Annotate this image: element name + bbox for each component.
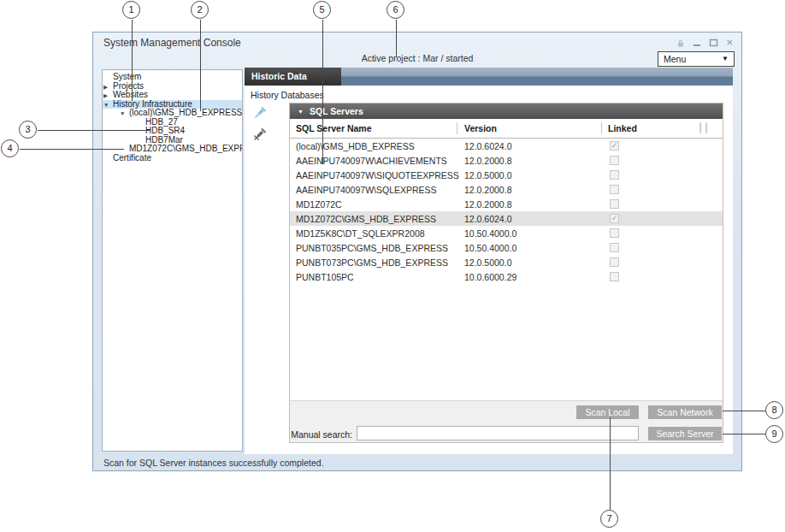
tree-item[interactable]: System bbox=[103, 73, 242, 82]
history-databases-label: History Databases bbox=[251, 90, 324, 100]
linked-checkbox[interactable]: ✓ bbox=[610, 214, 619, 223]
scan-network-button[interactable]: Scan Network bbox=[648, 405, 722, 419]
table-row[interactable]: MD1Z5K8C\DT_SQLEXPR2008 10.50.4000.0 bbox=[290, 226, 723, 240]
cell-version: 12.0.2000.8 bbox=[464, 185, 511, 195]
callout-6: 6 bbox=[387, 1, 404, 19]
expand-icon[interactable]: ▶ bbox=[103, 83, 108, 91]
cell-version: 10.50.4000.0 bbox=[464, 243, 516, 253]
callout-7: 7 bbox=[600, 510, 618, 528]
table-body: (local)\GMS_HDB_EXPRESS 12.0.6024.0 ✓ AA… bbox=[290, 139, 723, 284]
table-row[interactable]: (local)\GMS_HDB_EXPRESS 12.0.6024.0 ✓ bbox=[290, 139, 723, 153]
linked-checkbox[interactable] bbox=[610, 199, 619, 209]
tab-bar: Historic Data bbox=[245, 68, 733, 86]
cell-server-name: AAEINPU740097W\SQLEXPRESS bbox=[296, 185, 437, 195]
column-header-name[interactable]: SQL Server Name bbox=[296, 123, 372, 133]
tree-item-label: Websites bbox=[103, 91, 242, 100]
search-server-button[interactable]: Search Server bbox=[648, 427, 722, 440]
cell-server-name: PUNBT035PC\GMS_HDB_EXPRESS bbox=[296, 243, 448, 253]
scan-local-button[interactable]: Scan Local bbox=[576, 405, 639, 419]
linked-checkbox[interactable] bbox=[610, 228, 619, 238]
cell-server-name: PUNBT105PC bbox=[296, 272, 354, 282]
menu-dropdown[interactable]: Menu ▼ bbox=[658, 51, 735, 67]
linked-checkbox[interactable] bbox=[610, 272, 619, 281]
column-grip bbox=[699, 122, 701, 133]
unlink-database-icon[interactable] bbox=[252, 127, 268, 142]
cell-server-name: (local)\GMS_HDB_EXPRESS bbox=[296, 141, 415, 151]
table-row[interactable]: MD1Z072C\GMS_HDB_EXPRESS 12.0.6024.0 ✓ bbox=[290, 211, 723, 226]
cell-version: 12.0.6024.0 bbox=[464, 214, 511, 224]
column-grip bbox=[705, 122, 707, 133]
manual-search-label: Manual search: bbox=[290, 429, 352, 440]
cell-server-name: AAEINPU740097W\SIQUOTEEXPRESS bbox=[296, 170, 459, 180]
maximize-button[interactable] bbox=[709, 38, 718, 47]
system-management-console-window: System Management Console × Active proje… bbox=[92, 32, 742, 471]
lock-icon[interactable] bbox=[676, 38, 685, 48]
active-project-label: Active project : Mar / started bbox=[93, 53, 741, 63]
table-row[interactable]: AAEINPU740097W\SQLEXPRESS 12.0.2000.8 bbox=[290, 182, 723, 197]
cell-server-name: MD1Z5K8C\DT_SQLEXPR2008 bbox=[296, 228, 425, 239]
callout-4: 4 bbox=[1, 139, 19, 157]
callout-line-6 bbox=[396, 20, 397, 57]
callout-line-3 bbox=[38, 130, 150, 131]
sql-servers-group-label: SQL Servers bbox=[310, 106, 363, 116]
linked-checkbox[interactable]: ✓ bbox=[610, 141, 619, 151]
link-database-icon[interactable] bbox=[252, 105, 268, 121]
tree-item[interactable]: HDB_SR4 bbox=[103, 127, 242, 136]
callout-line-1 bbox=[132, 20, 133, 101]
linked-checkbox[interactable] bbox=[610, 243, 619, 252]
cell-version: 12.0.5000.0 bbox=[464, 170, 511, 180]
table-row[interactable]: MD1Z072C 12.0.2000.8 bbox=[290, 197, 723, 211]
column-header-version[interactable]: Version bbox=[464, 123, 497, 133]
callout-9: 9 bbox=[765, 425, 783, 443]
window-controls: × bbox=[676, 38, 733, 48]
linked-checkbox[interactable] bbox=[610, 257, 619, 267]
callout-3: 3 bbox=[19, 121, 37, 139]
tree-panel: System ▶ Projects ▶ Websites ▼ History I… bbox=[102, 69, 243, 452]
tree-item[interactable]: ▼ (local)\GMS_HDB_EXPRESS bbox=[103, 109, 242, 118]
table-row[interactable]: PUNBT105PC 10.0.6000.29 bbox=[290, 269, 723, 284]
callout-line-4 bbox=[20, 149, 124, 150]
tab-historic-data[interactable]: Historic Data bbox=[245, 68, 341, 86]
table-row[interactable]: PUNBT035PC\GMS_HDB_EXPRESS 10.50.4000.0 bbox=[290, 240, 723, 255]
column-separator bbox=[601, 122, 602, 134]
cell-version: 12.0.6024.0 bbox=[464, 141, 511, 151]
cell-version: 12.0.2000.8 bbox=[464, 199, 511, 210]
cell-version: 10.50.4000.0 bbox=[464, 228, 516, 239]
cell-server-name: MD1Z072C\GMS_HDB_EXPRESS bbox=[296, 214, 436, 224]
callout-line-5 bbox=[322, 20, 323, 164]
status-bar-text: Scan for SQL Server instances successful… bbox=[103, 458, 324, 468]
tree-item-label: HDB_SR4 bbox=[103, 127, 242, 136]
cell-server-name: PUNBT073PC\GMS_HDB_EXPRESS bbox=[296, 257, 448, 268]
expand-icon[interactable]: ▶ bbox=[103, 92, 108, 99]
cell-server-name: MD1Z072C bbox=[296, 199, 342, 210]
minimize-button[interactable] bbox=[693, 38, 701, 47]
sql-servers-table: SQL Server Name Version Linked (local)\G… bbox=[290, 119, 723, 401]
linked-checkbox[interactable] bbox=[610, 156, 619, 165]
cell-server-name: AAEINPU740097W\ACHIEVEMENTS bbox=[296, 156, 447, 166]
table-header-row: SQL Server Name Version Linked bbox=[290, 119, 723, 139]
callout-line-9 bbox=[723, 434, 765, 434]
tree-item[interactable]: ▶ Websites bbox=[103, 91, 242, 100]
column-separator bbox=[457, 122, 457, 134]
tree-item[interactable]: Certificate bbox=[103, 154, 242, 163]
cell-version: 12.0.2000.8 bbox=[464, 156, 511, 166]
callout-8: 8 bbox=[765, 401, 783, 419]
window-title: System Management Console bbox=[103, 37, 241, 49]
expand-icon[interactable]: ▼ bbox=[120, 109, 125, 117]
expand-icon[interactable]: ▼ bbox=[103, 101, 109, 109]
table-row[interactable]: PUNBT073PC\GMS_HDB_EXPRESS 12.0.5000.0 bbox=[290, 255, 723, 269]
tree-item-label: Certificate bbox=[103, 154, 242, 163]
tree-item-label: System bbox=[103, 73, 242, 82]
table-row[interactable]: AAEINPU740097W\SIQUOTEEXPRESS 12.0.5000.… bbox=[290, 168, 723, 182]
manual-search-input[interactable] bbox=[357, 426, 639, 440]
table-row[interactable]: AAEINPU740097W\ACHIEVEMENTS 12.0.2000.8 bbox=[290, 153, 723, 168]
sql-servers-group-header[interactable]: ▼SQL Servers bbox=[290, 103, 723, 119]
callout-line-2 bbox=[200, 20, 201, 111]
linked-checkbox[interactable] bbox=[610, 185, 619, 194]
linked-checkbox[interactable] bbox=[610, 170, 619, 180]
column-header-linked[interactable]: Linked bbox=[608, 123, 637, 133]
sql-servers-group: ▼SQL Servers SQL Server Name Version Lin… bbox=[289, 103, 723, 443]
callout-line-8 bbox=[723, 411, 765, 411]
callout-2: 2 bbox=[191, 1, 209, 19]
callout-1: 1 bbox=[122, 1, 140, 19]
